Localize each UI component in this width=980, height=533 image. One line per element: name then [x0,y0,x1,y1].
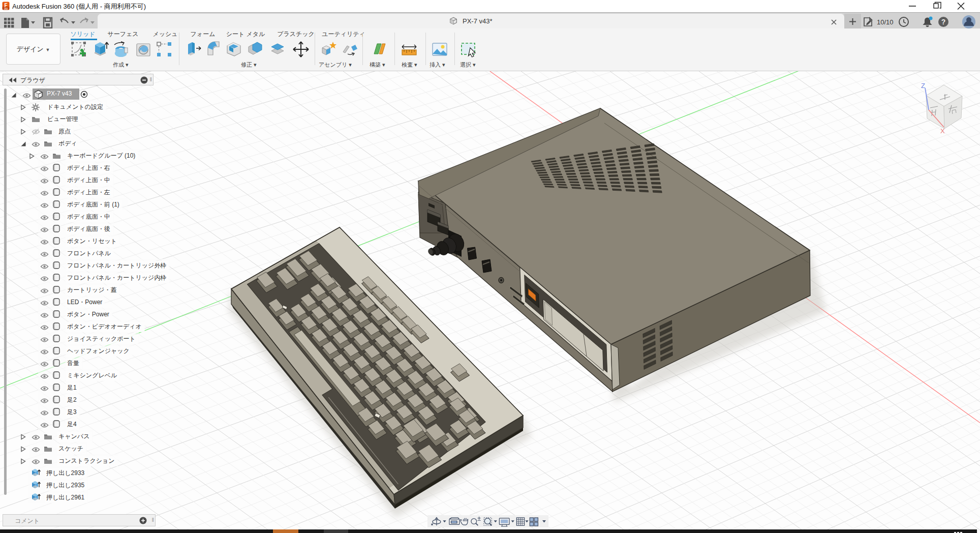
svg-text:10/10: 10/10 [877,18,894,26]
svg-text:Z: Z [921,82,925,90]
svg-text:?: ? [941,18,946,26]
svg-text:X: X [940,127,945,135]
